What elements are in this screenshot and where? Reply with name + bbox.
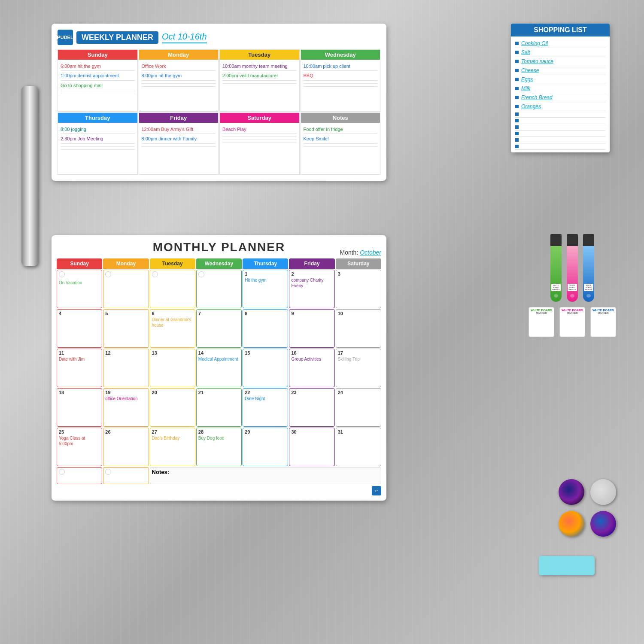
magnet-dandelion: [590, 479, 616, 505]
weekly-cell-notes: Notes Food offer in fridge Keep Smile!: [301, 112, 381, 175]
cell-w5-sun: 25 Yoga Class at 5:00pm: [57, 428, 102, 466]
marker-type-green: MARKER: [530, 312, 553, 314]
event-group-activities: Group Activities: [291, 356, 332, 362]
cell-w5-mon: 26: [103, 428, 149, 466]
marker-label-pink: WHITE BOARD MARKER: [568, 284, 577, 291]
cell-w1-thu: 1 Hit the gym: [243, 270, 288, 308]
marker-type-blue: MARKER: [592, 312, 614, 314]
weekly-cell-saturday: Saturday Beach Play: [219, 112, 300, 175]
date-7: 7: [198, 311, 240, 316]
date-18: 18: [59, 390, 100, 395]
date-16: 16: [291, 350, 332, 355]
day-content-wednesday: 10:00am pick up client BBQ: [301, 60, 380, 111]
tuesday-event-2: 2:00pm vistit manufacturer: [222, 73, 297, 80]
date-23: 23: [291, 390, 332, 395]
wednesday-event-1: 10:00am pick up client: [304, 63, 378, 71]
bullet-3: [515, 60, 519, 63]
cell-w4-thu: 22 Date Night: [243, 388, 288, 427]
marker-label-green: WHITE BOARD MARKER: [551, 284, 561, 291]
cell-w3-tue: 13: [150, 349, 195, 387]
weekly-planner: PUDEL WEEKLY PLANNER Oct 10-16th Sunday …: [52, 24, 386, 181]
cell-w2-fri: 9: [289, 309, 334, 348]
marker-logos-row: WHITE BOARD MARKER WHITE BOARD MARKER WH…: [529, 307, 616, 337]
monthly-week-6: Notes:: [57, 467, 381, 484]
marker-blue: WHITE BOARD MARKER: [583, 234, 594, 302]
monthly-top-row: MONTHLY PLANNER Month: October: [57, 240, 381, 256]
cell-w1-fri: 2 company Charity Eveny: [289, 270, 334, 308]
event-skilling-trip: Skilling Trip: [338, 356, 379, 362]
marker-brand-pink: WHITE BOARD: [561, 309, 583, 312]
monthly-title: MONTHLY PLANNER: [153, 240, 285, 254]
marker-label-card-green: WHITE BOARD MARKER: [529, 307, 554, 337]
marker-label-blue: WHITE BOARD MARKER: [584, 284, 593, 291]
item-french-bread: French Bread: [521, 94, 553, 100]
monthly-header-friday: Friday: [289, 258, 334, 269]
cell-w4-sun: 18: [57, 388, 102, 427]
bullet-8: [515, 105, 519, 108]
date-8: 8: [245, 311, 286, 316]
day-content-friday: 12:00am Buy Army's Gift 8:00pm dinner wi…: [139, 123, 219, 174]
bullet-13: [515, 138, 519, 142]
cell-w3-fri: 16 Group Activities: [289, 349, 334, 387]
marker-cap-pink: [567, 234, 578, 246]
cell-w6-sun: [57, 467, 102, 484]
bullet-4: [515, 69, 519, 72]
cell-w2-tue: 6 Dinner at Grandma's house: [150, 309, 195, 348]
weekly-cell-wednesday: Wednesday 10:00am pick up client BBQ: [301, 49, 381, 112]
cell-w4-fri: 23: [289, 388, 334, 427]
marker-brand-blue: WHITE BOARD: [592, 309, 614, 312]
weekly-top-grid: Sunday 6:00am hit the gym 1:00pm dentist…: [58, 49, 380, 112]
notes-event-1: Food offer in fridge: [304, 126, 378, 134]
cell-w3-thu: 15: [243, 349, 288, 387]
tuesday-event-1: 10:00am monthy team meeting: [222, 63, 297, 71]
monthly-header-monday: Monday: [103, 258, 149, 269]
event-company-charity: company Charity Eveny: [291, 277, 332, 289]
date-29: 29: [245, 429, 286, 434]
date-19: 19: [105, 390, 146, 395]
date-10: 10: [338, 311, 379, 316]
monthly-planner: MONTHLY PLANNER Month: October Sunday Mo…: [52, 235, 386, 501]
bullet-14: [515, 145, 519, 148]
notes-event-2: Keep Smile!: [304, 136, 378, 143]
weekly-cell-friday: Friday 12:00am Buy Army's Gift 8:00pm di…: [139, 112, 219, 175]
shopping-item-4: Cheese: [515, 66, 605, 75]
cell-w2-thu: 8: [243, 309, 288, 348]
day-header-monday: Monday: [139, 50, 219, 60]
circle-w1-mon: [105, 271, 111, 277]
bullet-6: [515, 87, 519, 90]
marker-body-green: WHITE BOARD MARKER: [550, 246, 562, 302]
shopping-item-14: [515, 143, 605, 150]
circle-w6-mon: [105, 469, 111, 475]
cell-w5-sat: 31: [336, 428, 381, 466]
logo-text: PUDEL: [57, 35, 73, 40]
cell-w3-wed: 14 Medical Appointment: [196, 349, 242, 387]
monthly-logo: P: [372, 486, 381, 495]
day-content-sunday: 6:00am hit the gym 1:00pm dentist appoin…: [58, 60, 137, 111]
day-content-monday: Office Work 8:00pm hit the gym: [139, 60, 219, 111]
shopping-item-12: [515, 131, 605, 137]
cell-w4-sat: 24: [336, 388, 381, 427]
event-office-orientation: office Orientation: [105, 396, 146, 401]
shopping-item-2: Salt: [515, 48, 605, 57]
day-header-notes: Notes: [301, 113, 380, 123]
bullet-10: [515, 119, 519, 122]
cell-w2-wed: 7: [196, 309, 242, 348]
cell-w6-mon: [103, 467, 149, 484]
monthly-header-wednesday: Wednesday: [196, 258, 242, 269]
month-value: October: [360, 249, 381, 256]
weekly-cell-tuesday: Tuesday 10:00am monthy team meeting 2:00…: [219, 49, 300, 112]
date-15: 15: [245, 350, 286, 355]
marker-tip-blue: [586, 294, 591, 298]
circle-w1-tue: [152, 271, 158, 277]
date-3: 3: [338, 271, 379, 276]
day-header-tuesday: Tuesday: [220, 50, 299, 60]
magnet-sunset: [559, 511, 584, 537]
friday-event-1: 12:00am Buy Army's Gift: [142, 126, 216, 134]
notes-label: Notes:: [152, 469, 169, 475]
monthly-header-thursday: Thursday: [243, 258, 288, 269]
marker-brand-green: WHITE BOARD: [530, 309, 553, 312]
cell-w1-tue: [150, 270, 195, 308]
shopping-item-10: [515, 118, 605, 124]
monthly-week-2: 4 5 6 Dinner at Grandma's house 7 8 9 10: [57, 309, 381, 348]
bullet-5: [515, 78, 519, 81]
